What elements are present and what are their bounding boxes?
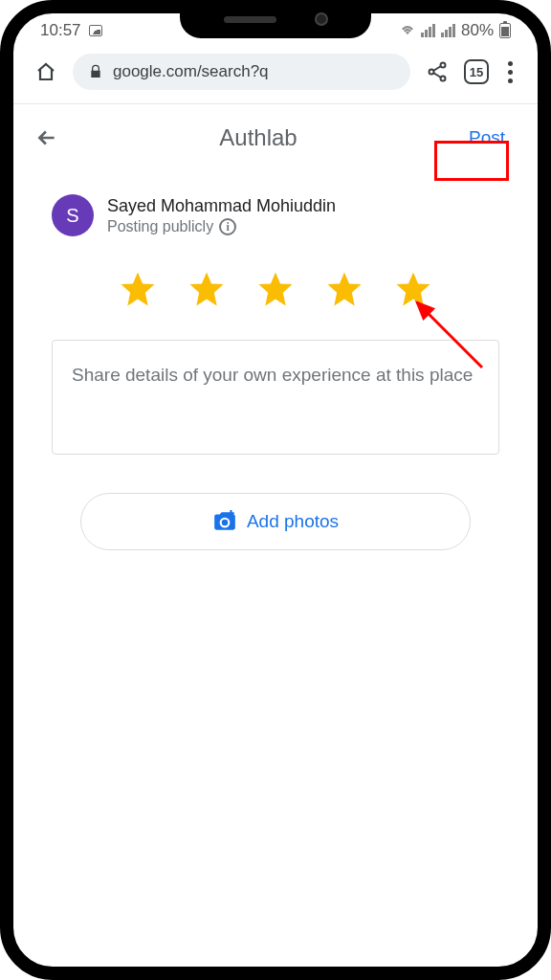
star-2-icon[interactable] xyxy=(187,269,227,309)
tabs-button[interactable]: 15 xyxy=(464,59,489,84)
battery-icon xyxy=(499,23,511,38)
wifi-icon xyxy=(400,25,415,36)
battery-percent: 80% xyxy=(461,21,494,40)
back-arrow-icon[interactable] xyxy=(34,125,59,150)
star-rating[interactable] xyxy=(13,246,538,340)
picture-icon xyxy=(89,25,102,36)
signal-icon-2 xyxy=(441,24,455,37)
star-4-icon[interactable] xyxy=(324,269,364,309)
info-icon[interactable]: i xyxy=(219,218,236,235)
star-5-icon[interactable] xyxy=(393,269,433,309)
add-photos-label: Add photos xyxy=(247,511,339,532)
star-1-icon[interactable] xyxy=(118,269,158,309)
review-placeholder: Share details of your own experience at … xyxy=(72,365,473,385)
url-text: google.com/search?q xyxy=(113,62,269,81)
tab-count: 15 xyxy=(470,65,483,79)
url-bar[interactable]: google.com/search?q xyxy=(73,54,410,90)
share-icon[interactable] xyxy=(426,60,449,83)
add-photos-button[interactable]: Add photos xyxy=(80,493,471,550)
star-3-icon[interactable] xyxy=(255,269,296,309)
visibility-label: Posting publicly xyxy=(107,218,213,235)
review-textarea[interactable]: Share details of your own experience at … xyxy=(52,340,499,455)
status-time: 10:57 xyxy=(40,21,81,40)
user-name: Sayed Mohammad Mohiuddin xyxy=(107,196,336,216)
home-icon[interactable] xyxy=(34,60,57,83)
post-button[interactable]: Post xyxy=(457,122,517,154)
signal-icon xyxy=(421,24,435,37)
lock-icon xyxy=(88,64,103,79)
avatar: S xyxy=(52,194,94,236)
more-menu-icon[interactable] xyxy=(504,61,517,83)
camera-plus-icon xyxy=(212,509,237,534)
browser-toolbar: google.com/search?q 15 xyxy=(13,44,538,104)
page-title: Authlab xyxy=(59,124,457,151)
